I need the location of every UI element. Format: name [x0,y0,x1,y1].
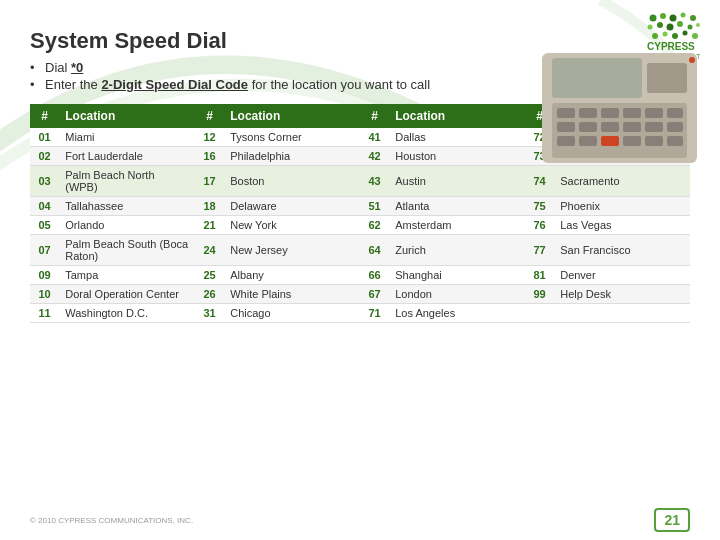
table-num-cell: 02 [30,147,59,166]
table-loc-cell: Denver [554,266,690,285]
table-loc-cell: Palm Beach South (Boca Raton) [59,235,195,266]
table-num-cell: 74 [525,166,554,197]
svg-rect-25 [645,108,663,118]
svg-point-6 [657,22,663,28]
svg-rect-39 [647,63,687,93]
svg-rect-31 [645,122,663,132]
table-loc-cell: Tallahassee [59,197,195,216]
svg-point-5 [648,25,653,30]
svg-rect-32 [667,122,683,132]
table-loc-cell: New Jersey [224,235,360,266]
table-num-cell: 64 [360,235,389,266]
dial-code-label: 2-Digit Speed Dial Code [101,77,248,92]
col-header-loc1: Location [59,104,195,128]
table-num-cell: 43 [360,166,389,197]
table-loc-cell: Philadelphia [224,147,360,166]
table-loc-cell: Austin [389,166,525,197]
table-num-cell: 41 [360,128,389,147]
table-row: 10Doral Operation Center26White Plains67… [30,285,690,304]
table-num-cell: 26 [195,285,224,304]
table-loc-cell: Tysons Corner [224,128,360,147]
table-loc-cell: Help Desk [554,285,690,304]
svg-rect-27 [557,122,575,132]
table-num-cell: 25 [195,266,224,285]
table-num-cell: 01 [30,128,59,147]
page-number: 21 [654,508,690,532]
copyright: © 2010 CYPRESS COMMUNICATIONS, INC. [30,516,193,525]
table-loc-cell: Phoenix [554,197,690,216]
table-num-cell: 11 [30,304,59,323]
svg-point-2 [670,15,677,22]
col-header-loc3: Location [389,104,525,128]
table-loc-cell: Orlando [59,216,195,235]
table-loc-cell: Boston [224,166,360,197]
table-loc-cell: Washington D.C. [59,304,195,323]
svg-rect-21 [557,108,575,118]
table-num-cell: 76 [525,216,554,235]
table-num-cell: 99 [525,285,554,304]
table-num-cell: 81 [525,266,554,285]
table-num-cell: 10 [30,285,59,304]
svg-point-15 [692,33,698,39]
table-loc-cell: Zurich [389,235,525,266]
table-loc-cell [554,304,690,323]
table-loc-cell: Sacramento [554,166,690,197]
svg-rect-34 [579,136,597,146]
col-header-loc2: Location [224,104,360,128]
svg-point-40 [689,57,695,63]
table-loc-cell: New York [224,216,360,235]
table-loc-cell: Chicago [224,304,360,323]
table-row: 05Orlando21New York62Amsterdam76Las Vega… [30,216,690,235]
col-header-num1: # [30,104,59,128]
table-num-cell: 09 [30,266,59,285]
svg-point-12 [663,32,668,37]
svg-rect-30 [623,122,641,132]
svg-rect-22 [579,108,597,118]
table-row: 04Tallahassee18Delaware51Atlanta75Phoeni… [30,197,690,216]
svg-rect-24 [623,108,641,118]
table-num-cell: 77 [525,235,554,266]
svg-rect-38 [667,136,683,146]
table-row: 09Tampa25Albany66Shanghai81Denver [30,266,690,285]
table-num-cell: 03 [30,166,59,197]
table-loc-cell: Palm Beach North (WPB) [59,166,195,197]
table-loc-cell: Dallas [389,128,525,147]
table-num-cell: 66 [360,266,389,285]
svg-point-13 [672,33,678,39]
table-loc-cell: Fort Lauderdale [59,147,195,166]
table-loc-cell: Miami [59,128,195,147]
svg-rect-28 [579,122,597,132]
table-loc-cell: Albany [224,266,360,285]
table-num-cell: 18 [195,197,224,216]
table-num-cell: 42 [360,147,389,166]
svg-point-7 [667,24,674,31]
footer: © 2010 CYPRESS COMMUNICATIONS, INC. 21 [0,508,720,532]
table-num-cell: 75 [525,197,554,216]
table-num-cell: 51 [360,197,389,216]
table-row: 11Washington D.C.31Chicago71Los Angeles [30,304,690,323]
svg-point-9 [688,25,693,30]
svg-point-14 [683,31,688,36]
table-loc-cell: Tampa [59,266,195,285]
table-loc-cell: Delaware [224,197,360,216]
table-loc-cell: Shanghai [389,266,525,285]
table-num-cell: 67 [360,285,389,304]
table-num-cell [525,304,554,323]
table-loc-cell: Amsterdam [389,216,525,235]
svg-rect-26 [667,108,683,118]
table-loc-cell: Las Vegas [554,216,690,235]
svg-point-10 [696,23,700,27]
table-num-cell: 12 [195,128,224,147]
table-num-cell: 71 [360,304,389,323]
table-loc-cell: Atlanta [389,197,525,216]
table-num-cell: 07 [30,235,59,266]
svg-rect-23 [601,108,619,118]
svg-point-3 [681,13,686,18]
table-loc-cell: San Francisco [554,235,690,266]
phone-image [537,48,702,168]
dial-code: *0 [71,60,83,75]
table-loc-cell: Doral Operation Center [59,285,195,304]
table-loc-cell: London [389,285,525,304]
table-num-cell: 24 [195,235,224,266]
svg-rect-19 [552,58,642,98]
